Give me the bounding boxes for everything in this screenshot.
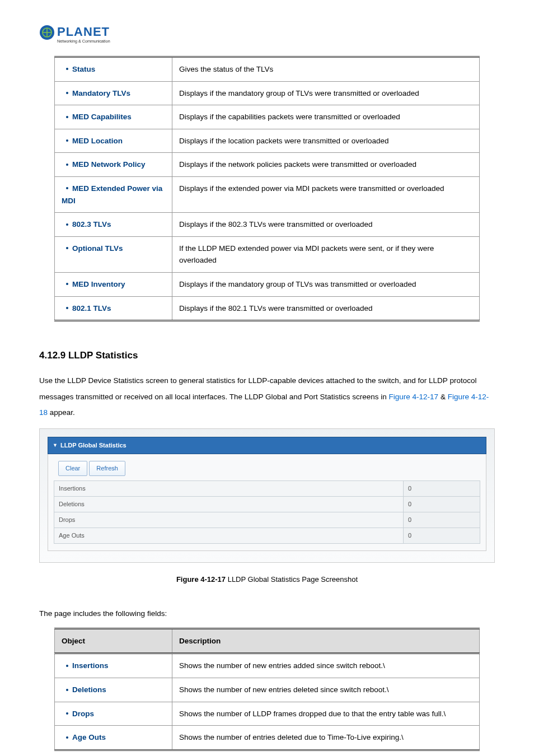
lldp-statistics-screenshot: ▼ LLDP Global Statistics Clear Refresh I…	[39, 428, 495, 562]
collapse-arrow-icon: ▼	[53, 441, 58, 450]
desc: Displays if the extended power via MDI p…	[172, 176, 480, 212]
stat-label-drops: Drops	[54, 512, 404, 528]
desc: Shows the number of new entries added si…	[172, 654, 480, 678]
panel-header[interactable]: ▼ LLDP Global Statistics	[48, 437, 486, 454]
fields-intro: The page includes the following fields:	[39, 606, 495, 622]
desc: Displays if the mandatory group of TLVs …	[172, 272, 480, 296]
figure-caption-text: LLDP Global Statistics Page Screenshot	[226, 575, 358, 584]
col-object: Object	[55, 628, 172, 654]
term-med-inventory: MED Inventory	[55, 272, 172, 296]
logo-text: PLANET	[57, 25, 110, 39]
term-insertions: Insertions	[55, 654, 172, 678]
term-med-extended-power: MED Extended Power via MDI	[55, 176, 172, 212]
term-8021-tlvs: 802.1 TLVs	[55, 296, 172, 321]
panel-body: Clear Refresh Insertions0 Deletions0 Dro…	[48, 454, 486, 550]
term-drops: Drops	[55, 702, 172, 726]
intro-text-b: &	[438, 393, 448, 401]
desc: Displays if the 802.1 TLVs were transmit…	[172, 296, 480, 321]
desc: Shows the number of entries deleted due …	[172, 726, 480, 750]
stat-label-ageouts: Age Outs	[54, 528, 404, 543]
figure-caption: Figure 4-12-17 LLDP Global Statistics Pa…	[39, 573, 495, 587]
section-intro: Use the LLDP Device Statistics screen to…	[39, 373, 495, 421]
panel-title: LLDP Global Statistics	[60, 440, 127, 451]
term-med-location: MED Location	[55, 129, 172, 153]
logo-tagline: Networking & Communication	[57, 39, 110, 44]
stat-value: 0	[404, 512, 480, 528]
desc: Displays if the network policies packets…	[172, 153, 480, 177]
figure-link-1[interactable]: Figure 4-12-17	[389, 393, 439, 401]
term-status: Status	[55, 57, 172, 82]
section-title: 4.12.9 LLDP Statistics	[39, 347, 495, 365]
term-med-network-policy: MED Network Policy	[55, 153, 172, 177]
fields-table: Object Description InsertionsShows the n…	[54, 628, 480, 751]
desc: Shows the number of new entries deleted …	[172, 678, 480, 702]
clear-button[interactable]: Clear	[58, 461, 87, 476]
intro-text-c: appear.	[48, 408, 75, 417]
desc: Displays if the 802.3 TLVs were transmit…	[172, 213, 480, 237]
brand-logo: PLANET Networking & Communication	[39, 22, 495, 46]
desc: If the LLDP MED extended power via MDI p…	[172, 236, 480, 272]
term-8023-tlvs: 802.3 TLVs	[55, 213, 172, 237]
desc: Displays if the mandatory group of TLVs …	[172, 81, 480, 105]
desc: Shows the number of LLDP frames dropped …	[172, 702, 480, 726]
col-description: Description	[172, 628, 480, 654]
term-mandatory-tlvs: Mandatory TLVs	[55, 81, 172, 105]
stat-label-insertions: Insertions	[54, 481, 404, 497]
stat-value: 0	[404, 481, 480, 497]
term-ageouts: Age Outs	[55, 726, 172, 750]
figure-number: Figure 4-12-17	[176, 575, 226, 584]
desc: Displays if the capabilities packets wer…	[172, 105, 480, 129]
term-deletions: Deletions	[55, 678, 172, 702]
term-med-capabilities: MED Capabilites	[55, 105, 172, 129]
term-optional-tlvs: Optional TLVs	[55, 236, 172, 272]
desc: Gives the status of the TLVs	[172, 57, 480, 82]
stat-value: 0	[404, 528, 480, 543]
desc: Displays if the location packets were tr…	[172, 129, 480, 153]
stat-label-deletions: Deletions	[54, 497, 404, 512]
stats-table: Insertions0 Deletions0 Drops0 Age Outs0	[54, 480, 480, 544]
stat-value: 0	[404, 497, 480, 512]
refresh-button[interactable]: Refresh	[89, 461, 125, 476]
tlv-status-table: StatusGives the status of the TLVs Manda…	[54, 56, 480, 321]
